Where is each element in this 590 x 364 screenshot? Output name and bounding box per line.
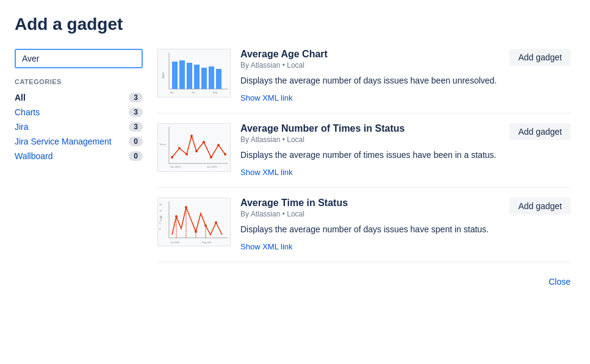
gadget-meta: By Atlassian • Local [240, 61, 500, 70]
svg-text:Days: Days [159, 216, 162, 221]
gadget-meta: By Atlassian • Local [240, 135, 500, 144]
gadget-desc: Displays the average number of days issu… [240, 74, 500, 87]
gadget-info-avg-age: Average Age Chart By Atlassian • Local D… [240, 49, 500, 103]
category-charts-count: 3 [129, 107, 143, 117]
sidebar-item-charts[interactable]: Charts 3 [15, 105, 143, 120]
gadget-title: Average Time in Status [240, 198, 500, 209]
xml-link[interactable]: Show XML link [240, 242, 293, 251]
category-jira-label: Jira [15, 122, 29, 132]
categories-label: CATEGORIES [15, 78, 143, 85]
svg-rect-7 [201, 68, 207, 89]
gadget-item: 20 15 10 5 0 Days Jul-2009 Sep-200 Avera… [157, 188, 570, 262]
category-jira-service-count: 0 [129, 137, 143, 146]
gadget-desc: Displays the average number of days issu… [240, 223, 500, 236]
svg-text:Jan-2005: Jan-2005 [207, 165, 217, 168]
sidebar-item-wallboard[interactable]: Wallboard 0 [15, 149, 143, 163]
gadget-desc: Displays the average number of times iss… [240, 149, 500, 162]
svg-text:Aug: Aug [213, 91, 217, 94]
category-jira-count: 3 [129, 122, 143, 132]
xml-link[interactable]: Show XML link [240, 93, 293, 102]
gadget-thumbnail-avg-times: Times Jan-2003 Jan-2005 [157, 123, 231, 172]
svg-point-23 [210, 156, 212, 159]
gadget-item: Times Jan-2003 Jan-2005 Average Number o… [157, 113, 570, 188]
svg-text:Times: Times [159, 143, 166, 146]
page-title: Add a gadget [15, 15, 570, 34]
svg-point-36 [175, 215, 178, 218]
category-all-label: All [15, 93, 26, 102]
footer: Close [15, 262, 570, 287]
sidebar-item-jira-service[interactable]: Jira Service Management 0 [15, 134, 143, 149]
gadget-item: days Apr Jun Aug Average Age Chart By At… [157, 49, 570, 113]
category-charts-label: Charts [15, 107, 40, 117]
svg-text:Jul-2009: Jul-2009 [170, 241, 180, 244]
svg-rect-8 [209, 66, 214, 89]
add-gadget-button[interactable]: Add gadget [509, 198, 570, 215]
svg-rect-5 [187, 63, 192, 89]
svg-text:Jan-2003: Jan-2003 [170, 165, 181, 168]
svg-point-21 [195, 150, 198, 152]
svg-rect-9 [216, 69, 221, 89]
add-gadget-button[interactable]: Add gadget [509, 123, 570, 140]
gadget-info-avg-times: Average Number of Times in Status By Atl… [240, 123, 500, 177]
svg-point-18 [178, 147, 181, 149]
category-wallboard-label: Wallboard [15, 151, 53, 161]
svg-text:Sep-200: Sep-200 [202, 241, 212, 244]
svg-point-17 [171, 156, 173, 159]
gadget-thumbnail-avg-age: days Apr Jun Aug [157, 49, 231, 98]
close-button[interactable]: Close [549, 277, 570, 287]
category-all-count: 3 [129, 93, 143, 102]
svg-point-19 [185, 153, 188, 155]
svg-point-22 [203, 141, 205, 143]
sidebar: CATEGORIES All 3 Charts 3 Jira 3 Jira Se… [15, 49, 143, 262]
svg-point-20 [190, 135, 193, 137]
gadgets-list: days Apr Jun Aug Average Age Chart By At… [157, 49, 570, 262]
svg-point-24 [217, 144, 220, 146]
svg-point-40 [215, 221, 217, 224]
gadget-title: Average Age Chart [240, 49, 500, 60]
svg-point-37 [185, 206, 187, 209]
sidebar-item-all[interactable]: All 3 [15, 90, 143, 105]
gadget-title: Average Number of Times in Status [240, 123, 500, 134]
category-wallboard-count: 0 [129, 151, 143, 161]
svg-text:15: 15 [159, 209, 162, 212]
xml-link[interactable]: Show XML link [240, 168, 293, 177]
svg-point-39 [204, 224, 207, 227]
svg-text:days: days [161, 72, 165, 79]
svg-text:Apr: Apr [170, 91, 174, 94]
gadget-info-avg-time-status: Average Time in Status By Atlassian • Lo… [240, 198, 500, 252]
gadget-thumbnail-avg-time-status: 20 15 10 5 0 Days Jul-2009 Sep-200 [157, 198, 231, 246]
svg-point-38 [195, 230, 197, 233]
category-jira-service-label: Jira Service Management [15, 137, 112, 146]
svg-rect-6 [194, 65, 200, 89]
search-input[interactable] [15, 49, 143, 68]
svg-text:Jun: Jun [192, 91, 195, 94]
svg-rect-4 [179, 60, 185, 89]
add-gadget-button[interactable]: Add gadget [509, 49, 570, 66]
svg-point-25 [224, 153, 226, 155]
svg-rect-3 [172, 62, 178, 89]
svg-text:20: 20 [159, 203, 162, 206]
gadget-meta: By Atlassian • Local [240, 210, 500, 218]
sidebar-item-jira[interactable]: Jira 3 [15, 120, 143, 134]
